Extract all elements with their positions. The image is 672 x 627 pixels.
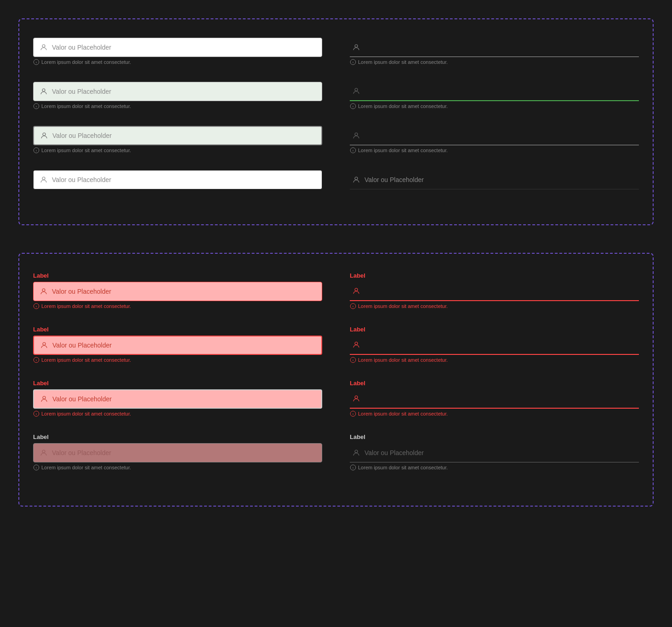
input-value: Valor ou Placeholder [52,132,316,139]
user-circle-icon [352,286,361,296]
info-icon [350,103,356,109]
user-circle-icon [352,131,361,140]
field-group-1-right-4: Valor ou Placeholder [350,170,639,189]
svg-point-46 [355,342,358,345]
user-circle-icon [40,394,49,404]
input-value: Valor ou Placeholder [52,88,316,95]
input-underlined-with-value[interactable]: Valor ou Placeholder [350,170,639,189]
input-underlined-error-3[interactable] [350,389,639,409]
input-outlined-error-focused[interactable]: Valor ou Placeholder [33,336,322,355]
user-circle-icon [39,87,48,96]
info-icon [33,303,40,309]
field-group-2-left-1: Label Valor ou Placeholder [33,272,322,309]
svg-point-13 [355,45,358,47]
field-group-1-right-3: Lorem ipsum dolor sit amet consectetur. [350,126,639,154]
svg-point-8 [43,133,46,136]
helper-text-2-r1: Lorem ipsum dolor sit amet consectetur. [350,303,639,309]
input-underlined-error-2[interactable] [350,336,639,355]
field-group-1-left-2: Valor ou Placeholder Lorem ipsum dolor s… [33,82,322,109]
input-underlined-error[interactable] [350,282,639,301]
field-group-1-left-4: Valor ou Placeholder [33,170,322,189]
section-2-grid: Label Valor ou Placeholder [33,272,639,487]
svg-point-30 [43,342,46,345]
field-group-2-left-3: Label Valor ou Placeholder [33,380,322,417]
input-value: Valor ou Placeholder [52,342,316,349]
input-outlined-focused[interactable]: Valor ou Placeholder [33,126,322,145]
field-label: Label [33,272,322,279]
input-underlined-success[interactable] [350,82,639,101]
info-icon [350,147,356,154]
input-value: Valor ou Placeholder [52,176,316,183]
input-outlined-error[interactable]: Valor ou Placeholder [33,282,322,301]
field-group-2-left-4: Label Valor ou Placeholder [33,433,322,471]
input-underlined-default[interactable] [350,38,639,57]
svg-point-34 [43,396,46,399]
input-value: Valor ou Placeholder [364,449,637,456]
svg-point-4 [42,89,45,91]
input-value: Valor ou Placeholder [52,44,316,51]
field-group-2-right-1: Label Lorem ipsum dolor sit amet cons [350,272,639,309]
user-circle-icon [352,340,361,349]
svg-point-0 [42,45,45,47]
user-circle-icon [39,448,48,457]
field-label: Label [350,272,639,279]
section-1-grid: Valor ou Placeholder Lorem ipsum dolor s… [33,38,639,206]
field-group-1-left-1: Valor ou Placeholder Lorem ipsum dolor s… [33,38,322,65]
input-outlined-default[interactable]: Valor ou Placeholder [33,38,322,57]
field-group-1-right-2: Lorem ipsum dolor sit amet consectetur. [350,82,639,109]
right-column-2: Label Lorem ipsum dolor sit amet cons [350,272,639,487]
info-icon [350,464,356,471]
input-outlined-disabled: Valor ou Placeholder [33,443,322,462]
helper-text-2-l2: Lorem ipsum dolor sit amet consectetur. [33,357,322,363]
user-circle-icon [352,448,361,457]
field-label: Label [350,433,639,440]
field-group-2-right-3: Label Lorem ipsum dolor sit amet cons [350,380,639,417]
info-icon [350,303,356,309]
user-circle-icon [352,394,361,403]
svg-point-38 [42,450,45,453]
info-icon [33,103,40,109]
left-column-1: Valor ou Placeholder Lorem ipsum dolor s… [33,38,322,206]
input-underlined-focused[interactable] [350,126,639,145]
helper-text-2-r3: Lorem ipsum dolor sit amet consectetur. [350,410,639,417]
user-circle-icon [40,341,49,350]
input-value: Valor ou Placeholder [52,288,316,295]
info-icon [33,357,40,363]
input-outlined-plain[interactable]: Valor ou Placeholder [33,170,322,189]
svg-point-50 [355,396,358,399]
helper-text-1-r1: Lorem ipsum dolor sit amet consectetur. [350,59,639,65]
input-value: Valor ou Placeholder [52,395,316,403]
info-icon [33,410,40,417]
field-group-2-right-2: Label Lorem ipsum dolor sit amet cons [350,326,639,363]
svg-point-42 [355,288,358,291]
svg-point-26 [42,289,45,291]
field-group-1-left-3: Valor ou Placeholder Lorem ipsum dolor s… [33,126,322,154]
svg-point-21 [355,133,358,136]
left-column-2: Label Valor ou Placeholder [33,272,322,487]
section-2: Label Valor ou Placeholder [18,253,654,507]
user-circle-icon [352,43,361,52]
svg-point-54 [355,450,358,453]
info-icon [33,464,40,471]
section-1: Valor ou Placeholder Lorem ipsum dolor s… [18,18,654,225]
field-group-2-right-4: Label Valor ou Placeholder [350,433,639,471]
helper-text-2-r2: Lorem ipsum dolor sit amet consectetur. [350,357,639,363]
input-outlined-success[interactable]: Valor ou Placeholder [33,82,322,101]
helper-text-1-l3: Lorem ipsum dolor sit amet consectetur. [33,147,322,154]
svg-point-12 [42,177,45,180]
helper-text-2-l1: Lorem ipsum dolor sit amet consectetur. [33,303,322,309]
field-label: Label [350,380,639,387]
input-outlined-error-variant[interactable]: Valor ou Placeholder [33,389,322,409]
user-circle-icon [39,287,48,296]
input-value: Valor ou Placeholder [52,449,316,456]
helper-text-2-r4: Lorem ipsum dolor sit amet consectetur. [350,464,639,471]
user-circle-icon [39,175,48,184]
field-group-1-right-1: Lorem ipsum dolor sit amet consectetur. [350,38,639,65]
helper-text-1-l2: Lorem ipsum dolor sit amet consectetur. [33,103,322,109]
info-icon [33,59,40,65]
user-circle-icon [39,43,48,52]
user-circle-icon [352,86,361,96]
field-group-2-left-2: Label Valor ou Placeholder [33,326,322,363]
helper-text-1-l1: Lorem ipsum dolor sit amet consectetur. [33,59,322,65]
helper-text-2-l4: Lorem ipsum dolor sit amet consectetur. [33,464,322,471]
